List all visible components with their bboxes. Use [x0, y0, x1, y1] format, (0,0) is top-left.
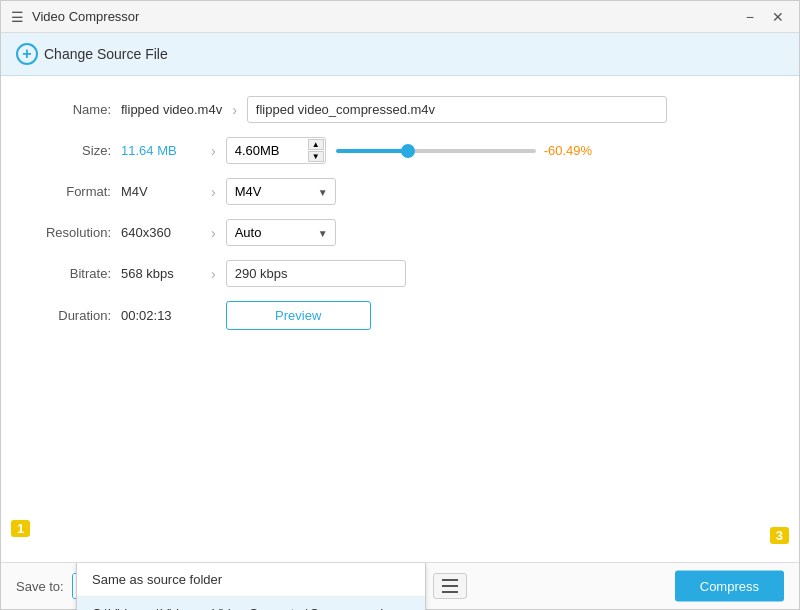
spin-up-button[interactable]: ▲ — [308, 139, 324, 150]
bitrate-row: Bitrate: 568 kbps › — [31, 260, 769, 287]
window-controls: − ✕ — [741, 7, 789, 27]
dropdown-item-compressed-label: C:\Vidmore\Vidmore Video Converter\Compr… — [92, 606, 383, 610]
format-source-value: M4V — [121, 184, 201, 199]
size-slider-wrap: -60.49% — [336, 143, 769, 158]
bitrate-input[interactable] — [226, 260, 406, 287]
minimize-button[interactable]: − — [741, 7, 759, 27]
app-icon: ☰ — [11, 9, 24, 25]
compress-button[interactable]: Compress — [675, 571, 784, 602]
dropdown-item-same-as-source-label: Same as source folder — [92, 572, 222, 587]
size-percent: -60.49% — [544, 143, 599, 158]
name-arrow-icon: › — [232, 102, 237, 118]
save-to-label: Save to: — [16, 579, 64, 594]
format-select[interactable]: M4V MP4 MKV AVI MOV — [226, 178, 336, 205]
name-row: Name: flipped video.m4v › — [31, 96, 769, 123]
svg-rect-1 — [442, 585, 458, 587]
format-label: Format: — [31, 184, 121, 199]
spin-buttons: ▲ ▼ — [308, 139, 324, 162]
name-input[interactable] — [247, 96, 667, 123]
bottom-bar: 1 3 Save to: ▼ Compress Same as source f… — [1, 562, 799, 609]
change-source-label: Change Source File — [44, 46, 168, 62]
bitrate-source-value: 568 kbps — [121, 266, 201, 281]
window-title: Video Compressor — [32, 9, 139, 24]
resolution-arrow-icon: › — [211, 225, 216, 241]
duration-value: 00:02:13 — [121, 308, 201, 323]
duration-label: Duration: — [31, 308, 121, 323]
name-label: Name: — [31, 102, 121, 117]
resolution-label: Resolution: — [31, 225, 121, 240]
main-window: ☰ Video Compressor − ✕ + Change Source F… — [0, 0, 800, 610]
preview-button[interactable]: Preview — [226, 301, 371, 330]
close-button[interactable]: ✕ — [767, 7, 789, 27]
dropdown-item-same-as-source[interactable]: Same as source folder — [77, 563, 425, 597]
size-slider[interactable] — [336, 149, 536, 153]
size-spinner: ▲ ▼ — [226, 137, 326, 164]
save-to-menu-button[interactable] — [433, 573, 467, 599]
resolution-select[interactable]: Auto 1920x1080 1280x720 640x360 480x270 — [226, 219, 336, 246]
svg-rect-0 — [442, 579, 458, 581]
name-source-value: flipped video.m4v — [121, 102, 222, 117]
size-source-value: 11.64 MB — [121, 143, 201, 158]
svg-rect-2 — [442, 591, 458, 593]
format-row: Format: M4V › M4V MP4 MKV AVI MOV ▼ — [31, 178, 769, 205]
title-bar-left: ☰ Video Compressor — [11, 9, 139, 25]
badge-3: 3 — [770, 527, 789, 544]
resolution-row: Resolution: 640x360 › Auto 1920x1080 128… — [31, 219, 769, 246]
menu-icon — [442, 579, 458, 593]
size-row: Size: 11.64 MB › ▲ ▼ -60.49% — [31, 137, 769, 164]
dropdown-item-compressed[interactable]: C:\Vidmore\Vidmore Video Converter\Compr… — [77, 597, 425, 610]
resolution-source-value: 640x360 — [121, 225, 201, 240]
format-select-wrap: M4V MP4 MKV AVI MOV ▼ — [226, 178, 336, 205]
bitrate-arrow-icon: › — [211, 266, 216, 282]
save-to-dropdown-menu: Same as source folder C:\Vidmore\Vidmore… — [76, 563, 426, 610]
resolution-select-wrap: Auto 1920x1080 1280x720 640x360 480x270 … — [226, 219, 336, 246]
size-arrow-icon: › — [211, 143, 216, 159]
size-section: ▲ ▼ -60.49% — [226, 137, 769, 164]
spin-down-button[interactable]: ▼ — [308, 151, 324, 162]
toolbar: + Change Source File — [1, 33, 799, 76]
change-source-button[interactable]: + Change Source File — [16, 43, 168, 65]
add-icon: + — [16, 43, 38, 65]
main-content: Name: flipped video.m4v › Size: 11.64 MB… — [1, 76, 799, 562]
duration-row: Duration: 00:02:13 › Preview — [31, 301, 769, 330]
size-label: Size: — [31, 143, 121, 158]
badge-1: 1 — [11, 520, 30, 537]
bitrate-label: Bitrate: — [31, 266, 121, 281]
title-bar: ☰ Video Compressor − ✕ — [1, 1, 799, 33]
format-arrow-icon: › — [211, 184, 216, 200]
